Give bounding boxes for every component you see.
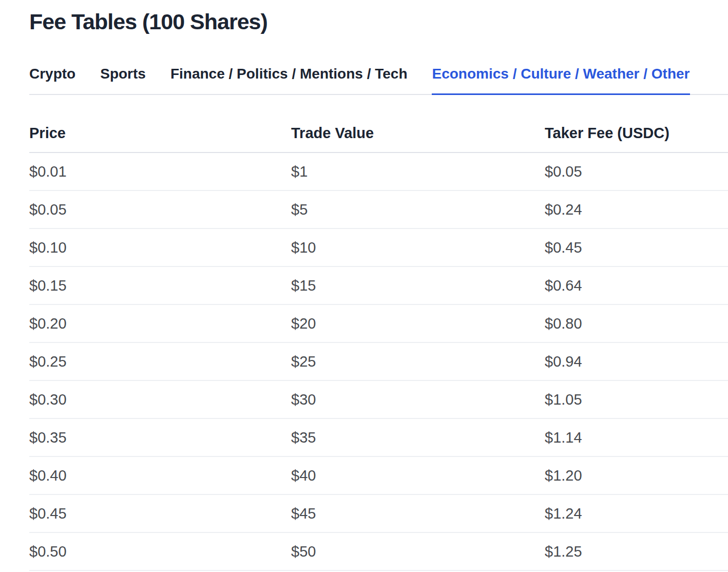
column-header-taker-fee-usdc: Taker Fee (USDC) (545, 125, 728, 142)
table-cell: $0.80 (545, 315, 728, 332)
table-cell: $0.30 (29, 391, 291, 408)
tab-economics-culture-weather-other[interactable]: Economics / Culture / Weather / Other (432, 66, 689, 94)
table-header-row: PriceTrade ValueTaker Fee (USDC) (29, 95, 728, 153)
table-cell: $35 (291, 429, 545, 446)
tab-finance-politics-mentions-tech[interactable]: Finance / Politics / Mentions / Tech (170, 66, 408, 94)
table-cell: $1.20 (545, 467, 728, 484)
table-cell: $0.01 (29, 163, 291, 180)
table-row: $0.20$20$0.80 (29, 305, 728, 343)
fee-tables-page: Fee Tables (100 Shares) CryptoSportsFina… (0, 0, 728, 571)
tab-crypto[interactable]: Crypto (29, 66, 75, 94)
table-cell: $25 (291, 353, 545, 370)
table-cell: $20 (291, 315, 545, 332)
fee-table: PriceTrade ValueTaker Fee (USDC) $0.01$1… (29, 95, 728, 571)
table-cell: $0.24 (545, 201, 728, 218)
table-cell: $15 (291, 277, 545, 294)
table-cell: $1.05 (545, 391, 728, 408)
table-cell: $1.25 (545, 543, 728, 560)
table-cell: $5 (291, 201, 545, 218)
table-cell: $0.20 (29, 315, 291, 332)
table-cell: $0.15 (29, 277, 291, 294)
page-title: Fee Tables (100 Shares) (29, 0, 728, 34)
table-row: $0.30$30$1.05 (29, 381, 728, 419)
table-cell: $0.05 (29, 201, 291, 218)
table-row: $0.05$5$0.24 (29, 191, 728, 229)
table-cell: $0.45 (29, 505, 291, 522)
table-cell: $0.94 (545, 353, 728, 370)
table-cell: $1 (291, 163, 545, 180)
table-cell: $1.24 (545, 505, 728, 522)
table-cell: $1.14 (545, 429, 728, 446)
tab-sports[interactable]: Sports (100, 66, 146, 94)
table-cell: $0.35 (29, 429, 291, 446)
table-row: $0.50$50$1.25 (29, 533, 728, 571)
table-row: $0.40$40$1.20 (29, 457, 728, 495)
column-header-price: Price (29, 125, 291, 142)
table-cell: $0.25 (29, 353, 291, 370)
table-cell: $0.05 (545, 163, 728, 180)
table-row: $0.45$45$1.24 (29, 495, 728, 533)
table-row: $0.25$25$0.94 (29, 343, 728, 381)
table-cell: $30 (291, 391, 545, 408)
table-cell: $0.64 (545, 277, 728, 294)
table-row: $0.15$15$0.64 (29, 267, 728, 305)
table-cell: $0.40 (29, 467, 291, 484)
tab-bar: CryptoSportsFinance / Politics / Mention… (29, 66, 728, 95)
table-row: $0.10$10$0.45 (29, 229, 728, 267)
table-body: $0.01$1$0.05$0.05$5$0.24$0.10$10$0.45$0.… (29, 153, 728, 571)
table-cell: $0.45 (545, 239, 728, 256)
table-cell: $10 (291, 239, 545, 256)
column-header-trade-value: Trade Value (291, 125, 545, 142)
table-row: $0.01$1$0.05 (29, 153, 728, 191)
table-cell: $40 (291, 467, 545, 484)
table-row: $0.35$35$1.14 (29, 419, 728, 457)
table-cell: $50 (291, 543, 545, 560)
table-cell: $0.10 (29, 239, 291, 256)
table-cell: $45 (291, 505, 545, 522)
table-cell: $0.50 (29, 543, 291, 560)
